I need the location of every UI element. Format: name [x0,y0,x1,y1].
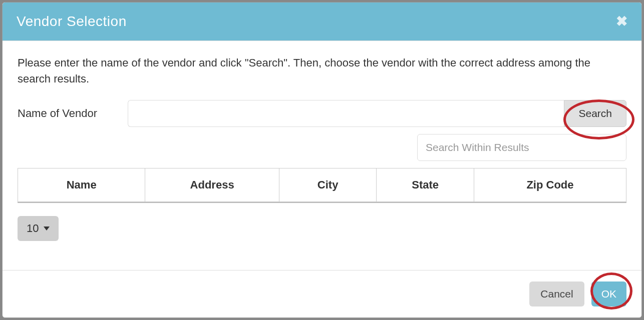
modal-title: Vendor Selection [17,14,127,30]
search-within-input[interactable] [417,134,626,161]
col-name[interactable]: Name [18,168,145,202]
search-within-row [18,134,626,161]
page-size-select[interactable]: 10 [18,216,59,241]
results-table: Name Address City State Zip Code [18,168,626,202]
vendor-input-group: Search [128,100,626,127]
search-button[interactable]: Search [564,100,626,127]
vendor-name-input[interactable] [128,100,564,127]
results-header-row: Name Address City State Zip Code [18,168,626,202]
modal-body: Please enter the name of the vendor and … [3,41,641,270]
col-zip-code[interactable]: Zip Code [474,168,626,202]
col-city[interactable]: City [279,168,377,202]
instructions-text: Please enter the name of the vendor and … [18,55,626,87]
vendor-selection-modal: Vendor Selection ✖ Please enter the name… [2,2,642,318]
page-size-value: 10 [27,222,39,235]
chevron-down-icon [44,226,50,230]
close-icon[interactable]: ✖ [616,14,627,28]
modal-header: Vendor Selection ✖ [3,2,641,41]
modal-footer: Cancel OK [3,270,641,318]
vendor-search-row: Name of Vendor Search [18,100,626,127]
vendor-name-label: Name of Vendor [18,107,128,120]
ok-button[interactable]: OK [591,282,626,306]
pager: 10 [18,216,626,241]
col-state[interactable]: State [377,168,474,202]
cancel-button[interactable]: Cancel [529,282,584,306]
col-address[interactable]: Address [145,168,279,202]
